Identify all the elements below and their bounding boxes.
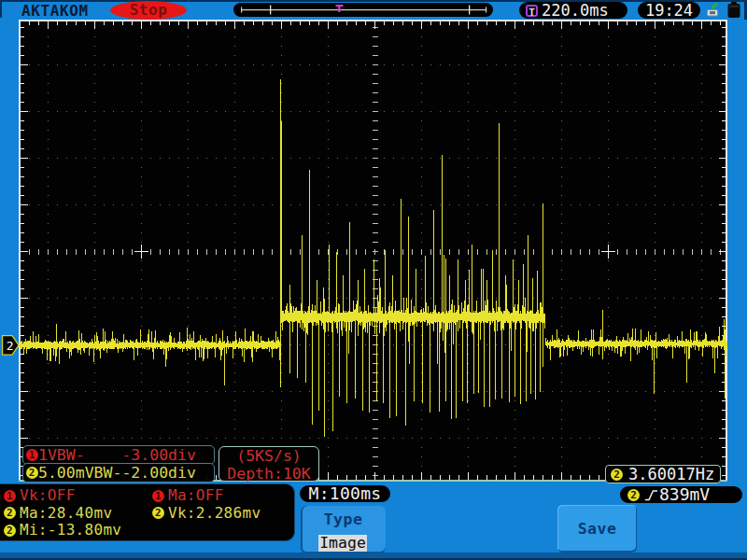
channel2-trace [19,20,727,482]
measurements-panel: 1 Vk:OFF 2 Ma:28.40mv 2 Mi:-13.80mv 1 Ma… [0,483,295,541]
channel2-badge: 2 [4,525,16,537]
top-left-edge [0,0,2,18]
top-edge [0,0,747,2]
channel1-badge: 1 [26,449,38,461]
softkey-type-label: Type [301,511,386,528]
channel1-settings-text: 1VBW- -3.00div [38,446,196,464]
usb-flash-icon [704,2,721,18]
frequency-counter-readout: 2 3.60017Hz [605,465,721,483]
measurement-value: Ma:28.40mv [20,505,112,522]
measurement-value: Vk:2.286mv [168,505,261,522]
rising-edge-icon [644,488,658,502]
measurement-value: Vk:OFF [20,487,76,504]
channel2-badge: 2 [26,467,38,479]
channel2-position-marker[interactable]: 2 [2,335,21,356]
brand-logo: AKTAKOM [21,3,89,19]
channel2-badge: 2 [611,469,623,481]
sample-rate-text: (5KS/s) [219,447,318,465]
channel1-badge: 1 [4,490,16,502]
record-position-bar[interactable] [233,3,493,17]
record-position-graphic [233,3,493,17]
channel2-badge: 2 [152,507,164,519]
bottom-strip [0,553,747,560]
trigger-position-readout[interactable]: T 220.0ms [519,2,627,19]
channel2-badge: 2 [627,489,640,501]
measurement-value: Mi:-13.80mv [20,522,121,539]
run-state-badge[interactable]: Stop [110,1,187,20]
channel1-settings-readout: 1 1VBW- -3.00div [22,445,215,465]
oscilloscope-screen: AKTAKOM Stop T 220.0ms 19:24 [0,0,747,560]
channel2-settings-text: 5.00mVBW--2.00div [38,464,196,482]
frequency-value: 3.60017Hz [628,466,714,483]
clock-readout: 19:24 [638,2,700,19]
memory-depth-text: Depth:10K [219,465,318,483]
waveform-display [19,20,727,482]
channel2-settings-readout: 2 5.00mVBW--2.00div [22,463,215,483]
trigger-level-value: 839mV [659,486,710,503]
channel1-badge: 1 [152,490,164,502]
trigger-level-readout: 2 839mV [620,486,742,503]
acquisition-readout: (5KS/s) Depth:10K [218,446,319,482]
trigger-t-icon: T [526,5,538,17]
channel2-marker-label: 2 [7,339,14,353]
battery-icon [727,2,740,18]
save-button[interactable]: Save [557,505,637,553]
channel2-badge: 2 [4,507,16,519]
softkey-type-value[interactable]: Image [318,535,367,552]
softkey-type[interactable]: Type Image [301,506,386,553]
trigger-position-value: 220.0ms [542,2,609,19]
timebase-readout: M:100ms [300,485,390,502]
measurement-value: Ma:OFF [168,487,224,504]
